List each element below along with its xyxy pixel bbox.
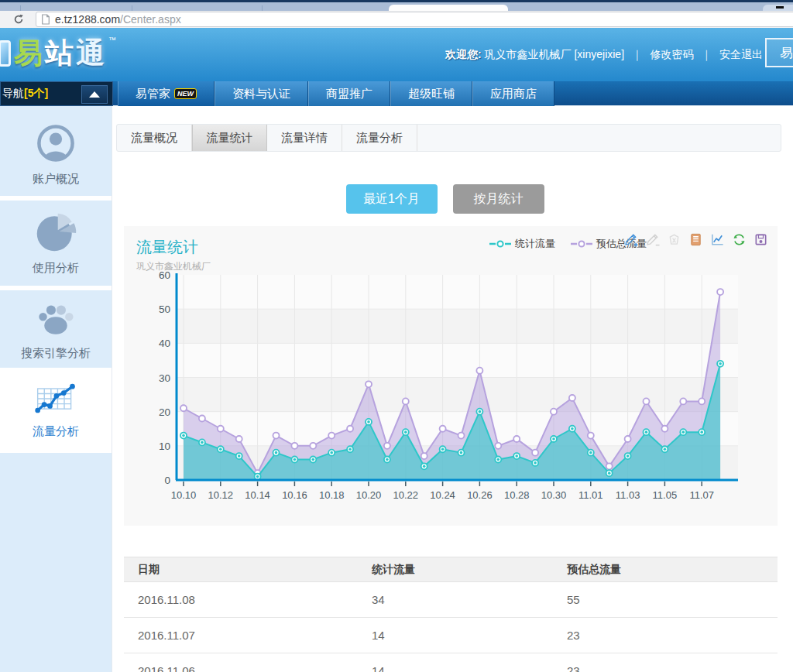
- filter-button[interactable]: 最近1个月: [346, 184, 438, 214]
- svg-text:10.12: 10.12: [208, 489, 234, 501]
- nav-tabs: 易管家 NEW 资料与认证 商盟推广 超级旺铺 应用商店: [118, 81, 554, 106]
- table-header-row: 日期统计流量预估总流量: [124, 557, 778, 582]
- sidebar-item-label: 搜索引擎分析: [21, 346, 91, 361]
- content-tab[interactable]: 流量统计: [192, 125, 267, 151]
- nav-tab[interactable]: 应用商店: [472, 81, 554, 106]
- pie-chart-icon: [35, 211, 77, 253]
- svg-text:10.24: 10.24: [430, 489, 455, 501]
- url-path: /Center.aspx: [120, 13, 181, 26]
- line-type-tool[interactable]: [710, 232, 725, 247]
- save-image-icon: [754, 232, 768, 247]
- svg-text:30: 30: [159, 372, 170, 384]
- table-row: 2016.11.071423: [124, 618, 778, 653]
- filter-row: 最近1个月按月统计: [112, 184, 778, 214]
- svg-text:10.30: 10.30: [541, 489, 567, 501]
- welcome-bar: 欢迎您: 巩义市鑫业机械厂 [xinyejixie] ｜ 修改密码 ｜ 安全退出: [445, 48, 763, 62]
- page-icon: [41, 14, 50, 25]
- nav-tab[interactable]: 超级旺铺: [390, 81, 472, 106]
- welcome-label: 欢迎您:: [445, 48, 482, 60]
- data-view-tool[interactable]: [688, 232, 703, 247]
- nav-tab[interactable]: 易管家 NEW: [118, 81, 215, 106]
- logo-text: 易站通: [14, 34, 107, 73]
- corner-button[interactable]: 易站: [765, 38, 793, 67]
- browser-tab-strip: [0, 0, 793, 11]
- mark-clear-tool[interactable]: [667, 232, 681, 247]
- mark-undo-icon: [645, 232, 660, 247]
- url-host: e.tz1288.com: [55, 13, 120, 26]
- new-badge: NEW: [174, 88, 197, 99]
- nav-tab-label: 超级旺铺: [408, 87, 455, 101]
- table-row: 2016.11.061423: [124, 653, 778, 672]
- svg-text:10.28: 10.28: [504, 489, 530, 501]
- mark-undo-tool[interactable]: [645, 232, 660, 247]
- nav-tab-label: 商盟推广: [326, 87, 372, 101]
- minimize-button[interactable]: [776, 6, 784, 9]
- company-name: 巩义市鑫业机械厂 [xinyejixie]: [485, 48, 624, 60]
- table-body: 2016.11.083455 2016.11.071423 2016.11.06…: [124, 582, 778, 672]
- traffic-chart[interactable]: 010203040506010.1010.1210.1410.1610.1810…: [136, 269, 765, 522]
- line-chart-icon: [34, 382, 77, 417]
- separator: ｜: [632, 48, 643, 60]
- sidebar-item-pie[interactable]: 使用分析: [0, 201, 112, 286]
- svg-text:10.16: 10.16: [282, 489, 307, 501]
- svg-text:11.05: 11.05: [653, 489, 678, 501]
- nav-dropdown-count: [5个]: [24, 87, 48, 101]
- sidebar-filler: [0, 453, 112, 672]
- address-bar[interactable]: e.tz1288.com/Center.aspx: [36, 12, 793, 27]
- svg-text:10.22: 10.22: [393, 489, 419, 501]
- content-tabbar: 流量概况流量统计流量详情流量分析: [116, 124, 781, 152]
- table-header-cell: 日期: [124, 557, 372, 582]
- svg-text:11.01: 11.01: [578, 489, 603, 501]
- chart-panel: 流量统计 巩义市鑫业机械厂 统计流量 预估总流量: [124, 226, 778, 526]
- sidebar-item-linechart[interactable]: 流量分析: [0, 372, 112, 448]
- separator: ｜: [701, 48, 712, 60]
- main-nav: 导航[5个] 易管家 NEW 资料与认证 商盟推广 超级旺铺 应用商店: [0, 81, 793, 106]
- svg-text:20: 20: [159, 406, 170, 418]
- nav-tab[interactable]: 资料与认证: [215, 81, 308, 106]
- content-tab[interactable]: 流量概况: [117, 125, 192, 151]
- reload-icon[interactable]: [12, 13, 25, 26]
- svg-text:0: 0: [164, 475, 170, 486]
- logout-link[interactable]: 安全退出: [719, 48, 763, 60]
- nav-tab-label: 应用商店: [490, 87, 537, 101]
- legend-marker-icon: [571, 239, 592, 249]
- content-tab[interactable]: 流量详情: [267, 125, 342, 151]
- sidebar-item-label: 账户概况: [33, 172, 79, 187]
- sidebar: 账户概况 使用分析 搜索引擎分析 流量分析: [0, 106, 112, 672]
- svg-text:40: 40: [159, 338, 170, 349]
- legend-marker-icon: [489, 239, 511, 249]
- nav-dropdown[interactable]: 导航[5个]: [0, 81, 113, 106]
- nav-tab-label: 易管家: [136, 87, 170, 101]
- nav-collapse-button[interactable]: [81, 85, 108, 104]
- save-image-tool[interactable]: [754, 232, 768, 247]
- nav-tab-label: 资料与认证: [232, 87, 290, 101]
- mark-tool[interactable]: [623, 232, 638, 247]
- svg-text:11.03: 11.03: [616, 489, 640, 501]
- nav-tab[interactable]: 商盟推广: [308, 81, 390, 106]
- paw-icon: [36, 298, 76, 338]
- logo-tm: ™: [108, 36, 116, 44]
- logo-mark-icon: [0, 40, 11, 67]
- svg-text:10.14: 10.14: [245, 489, 270, 501]
- svg-text:60: 60: [159, 269, 170, 281]
- legend-item[interactable]: 统计流量: [489, 237, 555, 251]
- mark-clear-icon: [667, 232, 681, 247]
- content-tab[interactable]: 流量分析: [342, 125, 417, 151]
- sidebar-item-user[interactable]: 账户概况: [0, 106, 112, 196]
- restore-tool[interactable]: [732, 232, 747, 247]
- sidebar-item-label: 使用分析: [33, 261, 79, 276]
- browser-toolbar: › e.tz1288.com/Center.aspx: [0, 11, 793, 28]
- sidebar-item-paw[interactable]: 搜索引擎分析: [0, 290, 112, 368]
- mark-icon: [623, 232, 638, 247]
- screen: › e.tz1288.com/Center.aspx 易站通 ™ 欢迎您: 巩义…: [0, 0, 793, 672]
- restore-icon: [732, 232, 747, 247]
- svg-text:11.07: 11.07: [689, 489, 714, 501]
- filter-button[interactable]: 按月统计: [453, 184, 544, 214]
- table-header-cell: 统计流量: [372, 557, 567, 582]
- data-view-icon: [688, 232, 703, 247]
- change-password-link[interactable]: 修改密码: [651, 48, 694, 60]
- table-header-cell: 预估总流量: [567, 557, 778, 582]
- nav-dropdown-label: 导航: [2, 87, 24, 101]
- user-icon: [35, 122, 77, 164]
- svg-text:10.18: 10.18: [319, 489, 345, 501]
